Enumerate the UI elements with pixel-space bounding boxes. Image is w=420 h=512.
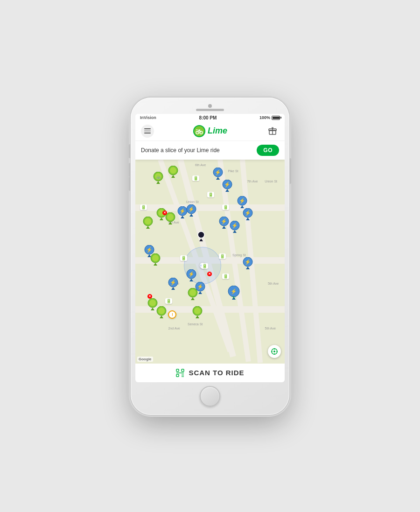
- scan-bar[interactable]: SCAN TO RIDE: [135, 364, 285, 382]
- home-button[interactable]: [200, 386, 220, 407]
- svg-text:🚲: 🚲: [156, 174, 161, 180]
- battery-icon: [272, 116, 280, 120]
- svg-text:⚡: ⚡: [245, 259, 251, 265]
- menu-button[interactable]: [141, 125, 154, 138]
- electric-marker-4[interactable]: ⚡: [186, 204, 196, 218]
- electric-marker-13[interactable]: ⚡: [168, 278, 178, 292]
- svg-point-62: [189, 289, 196, 296]
- svg-rect-90: [182, 369, 184, 372]
- battery-badge-9: 🔋: [222, 274, 229, 279]
- svg-marker-57: [189, 279, 193, 281]
- carrier-text: InVision: [140, 115, 156, 120]
- electric-marker-7[interactable]: ⚡: [219, 217, 229, 231]
- svg-marker-30: [168, 222, 172, 224]
- recenter-icon: [271, 348, 278, 355]
- svg-marker-21: [225, 189, 229, 192]
- menu-line-2: [144, 131, 151, 132]
- screen: InVision 8:00 PM 100%: [135, 114, 285, 382]
- label-7th-ave: 7th Ave: [247, 180, 258, 183]
- svg-marker-18: [216, 177, 220, 180]
- phone-frame: InVision 8:00 PM 100%: [131, 98, 289, 415]
- logo-area: Lime: [193, 125, 227, 138]
- electric-marker-14[interactable]: ⚡↻: [228, 286, 240, 302]
- battery-badge-4: 🔋: [222, 204, 229, 210]
- battery-badge-3: 🔋: [207, 192, 214, 197]
- scan-icon: [175, 368, 185, 378]
- electric-marker-8[interactable]: ⚡: [230, 221, 240, 235]
- bike-marker-6[interactable]: [150, 253, 161, 267]
- svg-marker-75: [171, 287, 175, 290]
- svg-text:⚡: ⚡: [179, 208, 186, 214]
- label-5th-ave-2: 5th Ave: [265, 327, 276, 330]
- label-spring-st: Spring St: [232, 253, 246, 257]
- map-area[interactable]: Union St Spring St Pike St Union St 3rd …: [135, 160, 285, 364]
- battery-badge-7: 🔋: [219, 253, 226, 259]
- time-text: 8:00 PM: [199, 115, 217, 120]
- svg-marker-39: [240, 205, 244, 208]
- svg-marker-45: [222, 226, 226, 229]
- svg-marker-8: [199, 238, 203, 241]
- phone-top-bar: [135, 103, 285, 114]
- bike-marker-2[interactable]: [168, 166, 178, 180]
- status-right: 100%: [259, 115, 280, 120]
- bike-marker-10[interactable]: [192, 306, 203, 320]
- svg-marker-33: [181, 216, 184, 218]
- electric-marker-6[interactable]: ⚡: [243, 208, 253, 222]
- svg-text:⚡: ⚡: [224, 181, 231, 188]
- svg-marker-24: [146, 226, 150, 229]
- bike-marker-3[interactable]: [143, 217, 153, 231]
- label-union-st-2: Union St: [265, 180, 277, 183]
- svg-marker-66: [246, 267, 250, 269]
- svg-marker-60: [198, 291, 202, 294]
- camera-dot: [208, 104, 212, 108]
- google-watermark: Google: [137, 357, 153, 362]
- svg-text:⚡: ⚡: [188, 206, 195, 212]
- svg-text:⚡: ⚡: [231, 222, 238, 229]
- recenter-button[interactable]: [268, 345, 281, 358]
- svg-point-7: [198, 231, 204, 238]
- error-badge-1: ✕: [162, 210, 167, 215]
- svg-text:⚡: ⚡: [170, 279, 176, 286]
- label-union-st: Union St: [186, 200, 199, 203]
- scan-text: SCAN TO RIDE: [189, 369, 244, 377]
- svg-point-77: [194, 308, 201, 314]
- battery-badge-5: 🔋: [180, 255, 187, 261]
- bike-marker-5[interactable]: [165, 212, 175, 226]
- svg-point-14: [170, 167, 176, 174]
- gift-button[interactable]: [266, 125, 279, 138]
- go-button[interactable]: GO: [257, 145, 279, 156]
- app-header: Lime: [135, 122, 285, 141]
- speaker-bar: [196, 109, 224, 111]
- svg-marker-27: [160, 217, 163, 220]
- electric-marker-12[interactable]: ⚡: [243, 257, 253, 271]
- svg-point-71: [158, 308, 165, 314]
- svg-text:⚡: ⚡: [239, 197, 245, 204]
- electric-marker-2[interactable]: ⚡: [222, 180, 232, 194]
- label-6th-ave: 6th Ave: [195, 163, 206, 167]
- gift-icon: [268, 126, 277, 136]
- svg-marker-12: [156, 181, 160, 184]
- svg-text:⚡: ⚡: [231, 288, 237, 295]
- menu-line-3: [144, 133, 151, 133]
- svg-text:⚡: ⚡: [188, 271, 195, 277]
- battery-fill: [273, 117, 280, 119]
- svg-marker-69: [151, 308, 154, 310]
- label-5th-ave: 5th Ave: [268, 282, 279, 285]
- donate-text: Donate a slice of your Lime ride: [141, 147, 220, 154]
- svg-text:⚡: ⚡: [197, 283, 203, 290]
- bike-marker-7[interactable]: [188, 288, 198, 302]
- svg-text:⚡: ⚡: [146, 246, 153, 253]
- menu-line-1: [144, 128, 151, 129]
- svg-text:⚡: ⚡: [245, 210, 251, 216]
- bike-marker-9[interactable]: [156, 306, 167, 320]
- svg-text:⚡: ⚡: [221, 218, 227, 224]
- svg-point-29: [167, 214, 174, 220]
- label-2nd-ave: 2nd Ave: [168, 327, 180, 330]
- svg-text:⚡: ⚡: [215, 169, 221, 175]
- error-badge-3: ✕: [147, 294, 152, 299]
- svg-marker-63: [191, 297, 195, 300]
- bike-marker-1[interactable]: 🚲: [153, 172, 163, 186]
- svg-point-68: [149, 300, 156, 306]
- svg-point-84: [273, 351, 275, 352]
- svg-marker-54: [154, 263, 157, 266]
